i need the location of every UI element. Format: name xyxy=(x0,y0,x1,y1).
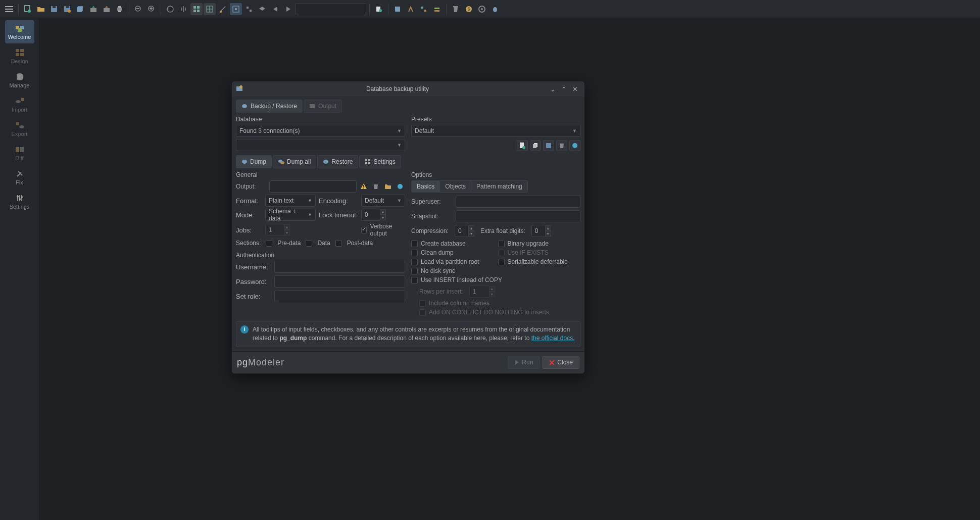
data-check[interactable] xyxy=(306,240,312,247)
lock-down-icon[interactable]: ▼ xyxy=(380,215,386,220)
save-as-icon[interactable] xyxy=(61,3,73,15)
username-input[interactable] xyxy=(274,261,405,273)
grid-icon[interactable] xyxy=(190,3,203,15)
partition-check[interactable] xyxy=(411,259,418,265)
lock-up-icon[interactable]: ▲ xyxy=(380,209,386,215)
nav-import[interactable]: Import xyxy=(5,93,34,116)
encoding-combo[interactable]: Default▼ xyxy=(361,195,405,207)
minimize-icon[interactable]: ⌄ xyxy=(547,84,558,93)
nav-manage[interactable]: Manage xyxy=(5,69,34,92)
tool1-icon[interactable] xyxy=(391,3,404,15)
snapshot-input[interactable] xyxy=(456,210,580,222)
verbose-check[interactable] xyxy=(361,227,367,233)
align-grid-icon[interactable] xyxy=(217,3,229,15)
close-button[interactable]: Close xyxy=(543,356,579,369)
tool2-icon[interactable] xyxy=(405,3,417,15)
flip-icon[interactable] xyxy=(177,3,189,15)
grid-delimiter-icon[interactable] xyxy=(204,3,216,15)
opt-tab-objects[interactable]: Objects xyxy=(440,181,471,192)
database-combo[interactable]: ▼ xyxy=(236,139,405,151)
tab-backup-restore[interactable]: Backup / Restore xyxy=(236,100,303,113)
warning-icon[interactable] xyxy=(359,181,369,192)
save-all-icon[interactable] xyxy=(74,3,86,15)
zoom-in-icon[interactable] xyxy=(145,3,158,15)
tab-dump-all[interactable]: Dump all xyxy=(273,155,316,168)
layer-combo[interactable] xyxy=(296,3,366,15)
preset-delete-icon[interactable] xyxy=(556,140,567,151)
opt-tab-pattern[interactable]: Pattern matching xyxy=(471,181,527,192)
docs-link[interactable]: the official docs. xyxy=(531,335,575,342)
tool3-icon[interactable] xyxy=(418,3,430,15)
help-icon[interactable] xyxy=(476,3,488,15)
expand-icon[interactable] xyxy=(243,3,255,15)
trash-icon[interactable] xyxy=(450,3,462,15)
setrole-input[interactable] xyxy=(274,290,405,302)
nav-welcome[interactable]: Welcome xyxy=(5,20,34,43)
comp-up-icon[interactable]: ▲ xyxy=(468,225,474,231)
tool4-icon[interactable] xyxy=(431,3,443,15)
predata-check[interactable] xyxy=(266,240,272,247)
tab-output[interactable]: Output xyxy=(304,100,342,113)
new-file-icon[interactable] xyxy=(22,3,34,15)
options-label: Options xyxy=(411,171,580,178)
close-window-icon[interactable]: ✕ xyxy=(569,84,580,93)
output-input[interactable] xyxy=(269,180,357,193)
dialog-titlebar[interactable]: Database backup utility ⌄ ⌃ ✕ xyxy=(232,81,584,97)
colnames-check xyxy=(419,300,426,307)
zoom-out-icon[interactable] xyxy=(132,3,144,15)
menu-icon[interactable] xyxy=(3,3,15,15)
comp-down-icon[interactable]: ▼ xyxy=(468,231,474,237)
general-label: General xyxy=(236,171,405,178)
mode-combo[interactable]: Schema + data▼ xyxy=(265,209,316,221)
preset-save-icon[interactable] xyxy=(543,140,554,151)
output-trash-icon[interactable] xyxy=(371,181,381,192)
open-folder-icon[interactable] xyxy=(35,3,47,15)
lock-spin[interactable] xyxy=(361,209,380,221)
export-icon[interactable] xyxy=(87,3,100,15)
nav-fix[interactable]: Fix xyxy=(5,166,34,189)
export-as-icon[interactable] xyxy=(101,3,113,15)
donate-icon[interactable]: $ xyxy=(463,3,475,15)
output-folder-icon[interactable] xyxy=(383,181,393,192)
float-up-icon[interactable]: ▲ xyxy=(545,225,551,231)
nav-export[interactable]: Export xyxy=(5,117,34,140)
layers-icon[interactable] xyxy=(256,3,268,15)
arrow-left-icon[interactable] xyxy=(269,3,281,15)
nav-settings[interactable]: Settings xyxy=(5,190,34,213)
format-combo[interactable]: Plain text▼ xyxy=(265,195,316,207)
preset-copy-icon[interactable] xyxy=(530,140,541,151)
output-globe-icon[interactable] xyxy=(395,181,405,192)
arrow-right-icon[interactable] xyxy=(282,3,295,15)
compression-spin[interactable] xyxy=(455,225,469,237)
superuser-input[interactable] xyxy=(456,196,580,208)
clean-check[interactable] xyxy=(411,250,418,256)
postdata-check[interactable] xyxy=(335,240,342,247)
format-label: Format: xyxy=(236,197,262,205)
add-layer-icon[interactable] xyxy=(373,3,385,15)
serial-check[interactable] xyxy=(498,259,505,265)
save-icon[interactable] xyxy=(48,3,60,15)
password-input[interactable] xyxy=(274,275,405,288)
snap-icon[interactable] xyxy=(230,3,242,15)
nav-design[interactable]: Design xyxy=(5,44,34,68)
insert-check[interactable] xyxy=(411,277,418,283)
connections-combo[interactable]: Found 3 connection(s)▼ xyxy=(236,125,405,137)
print-icon[interactable] xyxy=(114,3,126,15)
extrafloat-spin[interactable] xyxy=(531,225,546,237)
nodisk-check[interactable] xyxy=(411,268,418,274)
bug-icon[interactable] xyxy=(489,3,501,15)
tab-dump[interactable]: Dump xyxy=(236,155,272,168)
tab-restore[interactable]: Restore xyxy=(317,155,358,168)
opt-tab-basics[interactable]: Basics xyxy=(412,181,440,192)
preset-new-icon[interactable] xyxy=(517,140,528,151)
play-icon xyxy=(514,359,519,365)
float-down-icon[interactable]: ▼ xyxy=(545,231,551,237)
binary-check[interactable] xyxy=(498,241,505,247)
createdb-check[interactable] xyxy=(411,241,418,247)
validate-icon[interactable] xyxy=(164,3,176,15)
maximize-icon[interactable]: ⌃ xyxy=(558,84,569,93)
nav-diff[interactable]: Diff xyxy=(5,141,34,165)
preset-refresh-icon[interactable] xyxy=(569,140,580,151)
tab-settings[interactable]: Settings xyxy=(359,155,401,168)
preset-combo[interactable]: Default▼ xyxy=(411,125,580,137)
